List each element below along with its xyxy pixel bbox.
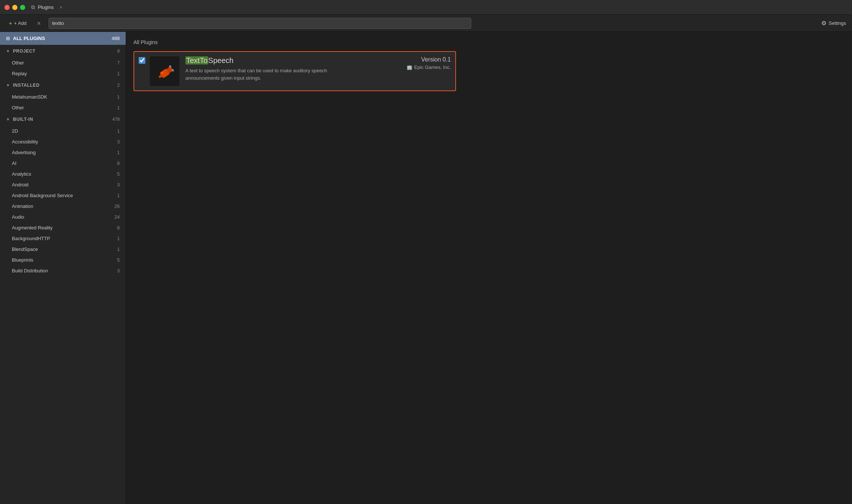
item-count: 3: [117, 268, 120, 273]
item-count: 3: [117, 182, 120, 188]
chevron-down-icon: ▼: [6, 83, 10, 87]
item-count: 1: [117, 246, 120, 252]
item-count: 5: [117, 171, 120, 177]
plus-icon: +: [9, 20, 12, 26]
sidebar-item-replay[interactable]: Replay 1: [0, 68, 126, 79]
plugin-publisher: 🏢 Epic Games, Inc.: [407, 64, 451, 70]
item-count: 5: [117, 257, 120, 263]
item-label: BackgroundHTTP: [12, 236, 50, 241]
item-label: Animation: [12, 203, 33, 209]
item-count: 1: [117, 105, 120, 110]
item-label: Android Background Service: [12, 193, 73, 198]
section-count-installed: 2: [117, 83, 120, 88]
plugin-meta: Version 0.1 🏢 Epic Games, Inc.: [354, 56, 451, 70]
content-area: All Plugins: [126, 32, 852, 504]
search-clear-button[interactable]: ✕: [34, 20, 44, 26]
settings-button[interactable]: ⚙ Settings: [821, 20, 846, 27]
gear-icon: ⚙: [821, 20, 826, 27]
item-label: Audio: [12, 214, 24, 220]
sidebar-item-blendspace[interactable]: BlendSpace 1: [0, 244, 126, 255]
section-header-builtin[interactable]: ▼ BUILT-IN 478: [0, 113, 126, 126]
item-label: Analytics: [12, 171, 31, 177]
content-header: All Plugins: [133, 39, 845, 45]
minimize-button[interactable]: [12, 5, 17, 10]
chevron-down-icon: ▼: [6, 49, 10, 53]
plugin-name-rest: Speech: [208, 56, 234, 64]
sidebar-item-advertising[interactable]: Advertising 1: [0, 147, 126, 158]
item-count: 1: [117, 193, 120, 198]
item-count: 3: [117, 139, 120, 145]
item-label: Build Distribution: [12, 268, 48, 273]
publisher-icon: 🏢: [407, 65, 412, 70]
sidebar-item-analytics[interactable]: Analytics 5: [0, 169, 126, 179]
tab-title: Plugins: [38, 4, 54, 10]
plugin-icon: [153, 60, 176, 82]
plugin-name-highlight: TextTo: [185, 56, 208, 64]
plugin-info: TextToSpeech A text to speech system tha…: [185, 56, 354, 82]
all-plugins-count: 488: [112, 36, 120, 41]
section-count-project: 8: [117, 49, 120, 54]
sidebar-item-metahuman[interactable]: MetahumanSDK 1: [0, 92, 126, 102]
section-header-project[interactable]: ▼ PROJECT 8: [0, 45, 126, 57]
sidebar-item-build-distribution[interactable]: Build Distribution 3: [0, 265, 126, 276]
sidebar-item-augmented-reality[interactable]: Augmented Reality 8: [0, 222, 126, 233]
item-label: Android: [12, 182, 29, 188]
tab-close-button[interactable]: ×: [60, 5, 62, 10]
item-label: Advertising: [12, 150, 36, 155]
plugin-enable-checkbox[interactable]: [139, 57, 145, 64]
section-label-builtin: BUILT-IN: [13, 117, 33, 122]
sidebar-item-android-bg-service[interactable]: Android Background Service 1: [0, 190, 126, 201]
item-label: 2D: [12, 128, 18, 134]
search-input[interactable]: [52, 20, 468, 26]
item-label: MetahumanSDK: [12, 94, 47, 100]
sidebar-item-other-installed[interactable]: Other 1: [0, 102, 126, 113]
sidebar-item-2d[interactable]: 2D 1: [0, 126, 126, 136]
search-wrapper: [49, 18, 471, 29]
item-label: BlendSpace: [12, 246, 38, 252]
sidebar-item-accessibility[interactable]: Accessibility 3: [0, 136, 126, 147]
item-label: Other: [12, 105, 24, 110]
plugin-card-texttospeech[interactable]: TextToSpeech A text to speech system tha…: [133, 51, 456, 91]
plugin-icon-wrapper: [150, 56, 179, 86]
all-plugins-label: ALL PLUGINS: [13, 36, 109, 41]
sidebar-item-animation[interactable]: Animation 26: [0, 201, 126, 212]
sidebar-item-backgroundhttp[interactable]: BackgroundHTTP 1: [0, 233, 126, 244]
item-count: 1: [117, 236, 120, 241]
item-count: 8: [117, 225, 120, 231]
section-count-builtin: 478: [112, 117, 120, 122]
item-label: Replay: [12, 71, 27, 76]
section-label-installed: INSTALLED: [13, 83, 40, 88]
sidebar-item-other-project[interactable]: Other 7: [0, 57, 126, 68]
item-label: Blueprints: [12, 257, 33, 263]
item-count: 1: [117, 150, 120, 155]
add-label: + Add: [14, 20, 27, 26]
item-label: Other: [12, 60, 24, 66]
item-count: 8: [117, 160, 120, 166]
toolbar: + + Add ✕ ⚙ Settings: [0, 15, 852, 32]
sidebar-item-android[interactable]: Android 3: [0, 179, 126, 190]
add-button[interactable]: + + Add: [6, 18, 29, 28]
item-count: 26: [115, 203, 120, 209]
item-count: 1: [117, 94, 120, 100]
sidebar-item-blueprints[interactable]: Blueprints 5: [0, 255, 126, 265]
item-label: AI: [12, 160, 16, 166]
item-label: Accessibility: [12, 139, 38, 145]
close-button[interactable]: [4, 5, 10, 10]
settings-label: Settings: [829, 20, 846, 26]
publisher-name: Epic Games, Inc.: [414, 64, 451, 70]
sidebar-item-audio[interactable]: Audio 24: [0, 212, 126, 222]
plugin-name: TextToSpeech: [185, 56, 354, 65]
item-count: 24: [115, 214, 120, 220]
section-label-project: PROJECT: [13, 49, 36, 54]
plugin-description: A text to speech system that can be used…: [185, 67, 354, 82]
maximize-button[interactable]: [20, 5, 25, 10]
chevron-down-icon: ▼: [6, 117, 10, 122]
item-count: 7: [117, 60, 120, 66]
grid-icon: ⊞: [6, 36, 10, 41]
section-header-installed[interactable]: ▼ INSTALLED 2: [0, 79, 126, 92]
item-count: 1: [117, 128, 120, 134]
all-plugins-item[interactable]: ⊞ ALL PLUGINS 488: [0, 32, 126, 45]
sidebar-item-ai[interactable]: AI 8: [0, 158, 126, 169]
traffic-lights: [4, 5, 25, 10]
title-bar: ⧉ Plugins ×: [0, 0, 852, 15]
